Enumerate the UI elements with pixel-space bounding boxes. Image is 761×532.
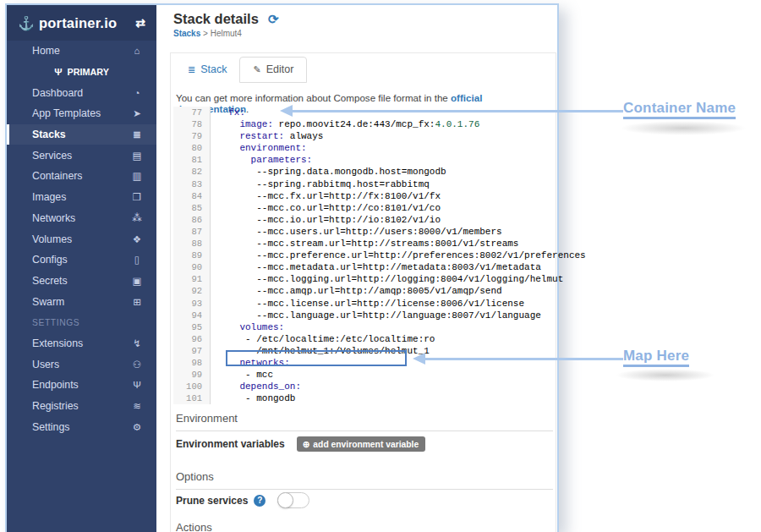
line-number: 80: [173, 142, 211, 154]
settings-icon: ⚙: [129, 421, 145, 433]
code-text: --mcc.logging.url=http://logging:8004/v1…: [211, 273, 563, 285]
code-text: - mongodb: [211, 392, 295, 404]
code-text: --mcc.metadata.url=http://metadata:8003/…: [211, 261, 541, 273]
code-line: 82 --spring.data.mongodb.host=mongodb: [173, 166, 555, 178]
page-title: Stack details ⟳: [173, 11, 279, 27]
sidebar: ⚓ portainer.io ⇄ Home⌂ΨPRIMARYDashboard◔…: [7, 5, 156, 532]
sidebar-item-secrets[interactable]: Secrets▣: [7, 271, 156, 292]
sidebar-item-label: Users: [32, 359, 59, 370]
rocket-icon: ➤: [129, 107, 145, 119]
volumes-icon: ❖: [129, 233, 145, 245]
code-text: parameters:: [211, 154, 312, 166]
dashboard-icon: ◔: [129, 88, 145, 98]
sidebar-item-images[interactable]: Images❐: [7, 187, 156, 208]
sidebar-item-label: Images: [32, 191, 66, 203]
code-line: 92 --mcc.amqp.url=http://amqp:8005/v1/am…: [173, 285, 555, 297]
breadcrumb-separator: >: [200, 29, 210, 38]
environment-variables-row: Environment variables ⊕ add environment …: [176, 436, 425, 452]
add-environment-variable-button[interactable]: ⊕ add environment variable: [297, 436, 425, 452]
containers-icon: ▥: [129, 170, 145, 182]
tab-editor[interactable]: ✎ Editor: [239, 57, 307, 83]
images-icon: ❐: [129, 191, 145, 203]
sidebar-item-label: Networks: [32, 212, 75, 224]
container-name-arrowhead: [280, 105, 293, 117]
map-here-annotation: Map Here: [623, 348, 689, 367]
container-name-shadow: [620, 121, 747, 135]
line-number: 95: [173, 321, 211, 333]
code-line: 79 restart: always: [173, 130, 555, 142]
app-window: ⚓ portainer.io ⇄ Home⌂ΨPRIMARYDashboard◔…: [5, 3, 559, 532]
line-number: 97: [173, 345, 211, 357]
sidebar-item-label: Services: [32, 150, 72, 162]
sidebar-item-extensions[interactable]: Extensions↯: [7, 333, 156, 354]
map-here-shadow: [616, 369, 715, 381]
code-text: --mcc.stream.url=http://streams:8001/v1/…: [211, 238, 518, 250]
tab-stack[interactable]: ≣ Stack: [175, 57, 239, 83]
line-number: 98: [173, 357, 211, 369]
portainer-logo-icon: ⚓: [18, 15, 35, 31]
code-line: 90 --mcc.metadata.url=http://metadata:80…: [173, 261, 555, 273]
code-text: --mcc.io.url=http://io:8102/v1/io: [211, 214, 441, 226]
sidebar-item-volumes[interactable]: Volumes❖: [7, 228, 156, 250]
prune-services-toggle[interactable]: [277, 492, 309, 508]
services-icon: ▤: [129, 150, 145, 162]
map-here-arrow-line: [424, 358, 623, 360]
code-line: 78 image: repo.moovit24.de:443/mcp_fx:4.…: [173, 118, 555, 130]
plug-icon: Ψ: [54, 67, 62, 77]
sidebar-item-stacks[interactable]: Stacks≣: [7, 124, 156, 145]
code-line: 84 --mcc.fx.url=http://fx:8100/v1/fx: [173, 190, 555, 202]
sidebar-item-label: Swarm: [32, 296, 64, 308]
line-number: 84: [173, 190, 211, 202]
code-text: --mcc.license.url=http://license:8006/v1…: [211, 298, 524, 310]
sidebar-item-swarm[interactable]: Swarm⊞: [7, 291, 156, 312]
code-text: volumes:: [211, 321, 284, 333]
actions-section-title: Actions: [176, 521, 553, 532]
sidebar-item-app-templates[interactable]: App Templates➤: [7, 103, 156, 124]
code-line: 99 - mcc: [173, 369, 555, 381]
map-here-arrowhead: [413, 353, 425, 365]
sidebar-item-services[interactable]: Services▤: [7, 145, 156, 166]
endpoint-switch-icon[interactable]: ⇄: [135, 16, 145, 30]
stacks-icon: ≣: [129, 129, 145, 140]
sidebar-item-label: Registries: [32, 400, 79, 412]
sidebar-item-label: Secrets: [32, 275, 68, 287]
portainer-logo-text: portainer.io: [39, 15, 117, 31]
sidebar-item-home[interactable]: Home⌂: [7, 41, 156, 62]
list-icon: ≣: [188, 64, 195, 75]
sidebar-item-primary[interactable]: ΨPRIMARY: [7, 62, 156, 83]
line-number: 83: [173, 178, 211, 190]
code-line: 95 volumes:: [173, 321, 555, 333]
tab-stack-label: Stack: [200, 63, 227, 75]
sidebar-item-label: Dashboard: [32, 87, 83, 99]
line-number: 86: [173, 214, 211, 226]
networks-icon: ⁂: [129, 212, 145, 224]
sidebar-item-registries[interactable]: Registries≋: [7, 396, 156, 417]
sidebar-item-containers[interactable]: Containers▥: [7, 166, 156, 187]
code-text: restart: always: [211, 130, 323, 142]
code-text: --mcc.amqp.url=http://amqp:8005/v1/amqp/…: [211, 285, 502, 297]
prune-services-label: Prune services: [176, 495, 248, 507]
line-number: 79: [173, 130, 211, 142]
tab-bar: ≣ Stack ✎ Editor: [175, 57, 307, 83]
code-text: - /etc/localtime:/etc/localtime:ro: [211, 333, 435, 345]
environment-variables-label: Environment variables: [176, 438, 285, 450]
line-number: 92: [173, 285, 211, 297]
sidebar-item-settings[interactable]: Settings⚙: [7, 416, 156, 437]
line-number: 96: [173, 333, 211, 345]
breadcrumb-stacks-link[interactable]: Stacks: [173, 29, 200, 38]
sidebar-item-label: Home: [32, 45, 60, 57]
code-line: 96 - /etc/localtime:/etc/localtime:ro: [173, 333, 555, 345]
code-line: 88 --mcc.stream.url=http://streams:8001/…: [173, 238, 555, 250]
code-line: 101 - mongodb: [173, 392, 555, 404]
sidebar-item-dashboard[interactable]: Dashboard◔: [7, 82, 156, 103]
sidebar-item-users[interactable]: Users⚇: [7, 354, 156, 375]
line-number: 78: [173, 118, 211, 130]
sidebar-item-networks[interactable]: Networks⁂: [7, 208, 156, 229]
sidebar-item-label: App Templates: [32, 107, 101, 119]
refresh-icon[interactable]: ⟳: [265, 12, 279, 26]
sidebar-item-configs[interactable]: Configs▯: [7, 250, 156, 271]
code-line: 81 parameters:: [173, 154, 555, 166]
line-number: 81: [173, 154, 211, 166]
sidebar-item-endpoints[interactable]: EndpointsΨ: [7, 375, 156, 396]
line-number: 90: [173, 261, 211, 273]
